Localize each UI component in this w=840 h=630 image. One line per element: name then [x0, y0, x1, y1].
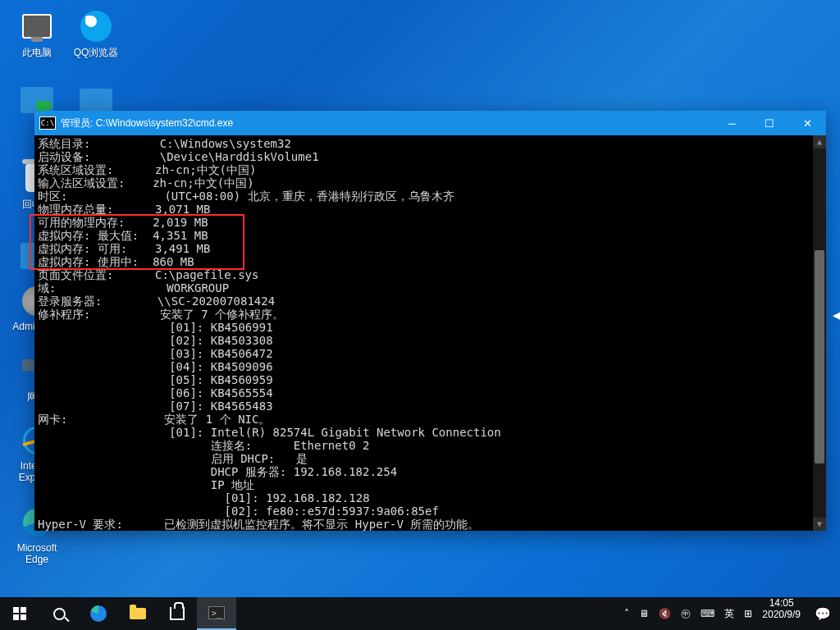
folder-icon: [130, 608, 146, 619]
close-button[interactable]: ✕: [788, 111, 826, 135]
this-pc-icon: [19, 8, 55, 44]
taskbar[interactable]: >_ ˄ 🖥 🔇 ㊥ ⌨ 英 ⊞ 14:05 2020/9/9 💬 const …: [0, 597, 840, 630]
clock-date: 2020/9/9: [762, 609, 801, 620]
tray-keyboard-icon[interactable]: ⌨: [701, 608, 714, 619]
clock-time: 14:05: [762, 597, 801, 609]
desktop-icon-label: QQ浏览器: [67, 46, 125, 60]
system-tray[interactable]: ˄ 🖥 🔇 ㊥ ⌨ 英 ⊞: [619, 597, 757, 630]
search-button[interactable]: [39, 597, 79, 630]
taskbar-clock[interactable]: 14:05 2020/9/9: [757, 597, 806, 630]
action-center-button[interactable]: 💬: [806, 597, 840, 630]
desktop-icon-label: Microsoft Edge: [8, 542, 66, 565]
scroll-down-icon[interactable]: ▼: [813, 518, 826, 531]
resize-indicator-icon: ◂: [833, 306, 840, 324]
tray-display-icon[interactable]: 🖥: [639, 608, 649, 619]
desktop-icon-this-pc[interactable]: 此电脑: [8, 8, 66, 60]
windows-icon: [13, 607, 26, 620]
cmd-output[interactable]: 系统目录: C:\Windows\system32 启动设备: \Device\…: [34, 135, 826, 531]
taskbar-file-explorer[interactable]: [118, 597, 158, 630]
tray-ime-mode-icon[interactable]: ⊞: [744, 608, 752, 619]
tray-ime-icon[interactable]: ㊥: [681, 607, 691, 621]
cmd-scrollbar[interactable]: ▲ ▼: [813, 135, 826, 531]
taskbar-store[interactable]: [158, 597, 197, 630]
desktop-icon-qq-browser[interactable]: QQ浏览器: [67, 8, 125, 60]
minimize-button[interactable]: ─: [713, 111, 751, 135]
cmd-icon: C:\: [39, 116, 56, 130]
tray-volume-muted-icon[interactable]: 🔇: [659, 608, 671, 619]
cmd-window[interactable]: C:\ 管理员: C:\Windows\system32\cmd.exe ─ ☐…: [34, 111, 826, 531]
taskbar-spacer: [236, 597, 619, 630]
cmd-icon: >_: [208, 606, 225, 619]
cmd-title: 管理员: C:\Windows\system32\cmd.exe: [61, 116, 713, 130]
edge-icon: [90, 605, 107, 622]
scroll-up-icon[interactable]: ▲: [813, 135, 826, 148]
scroll-thumb[interactable]: [815, 250, 824, 463]
tray-chevron-icon[interactable]: ˄: [624, 608, 629, 619]
cmd-titlebar[interactable]: C:\ 管理员: C:\Windows\system32\cmd.exe ─ ☐…: [34, 111, 826, 135]
desktop-icon-label: 此电脑: [8, 46, 66, 60]
notification-icon: 💬: [815, 606, 831, 622]
qq-browser-icon: [78, 8, 114, 44]
store-icon: [170, 607, 185, 620]
search-icon: [53, 608, 66, 620]
taskbar-edge[interactable]: [79, 597, 118, 630]
start-button[interactable]: [0, 597, 39, 630]
maximize-button[interactable]: ☐: [751, 111, 788, 135]
taskbar-cmd[interactable]: >_: [197, 597, 236, 630]
tray-ime-lang[interactable]: 英: [724, 607, 734, 621]
